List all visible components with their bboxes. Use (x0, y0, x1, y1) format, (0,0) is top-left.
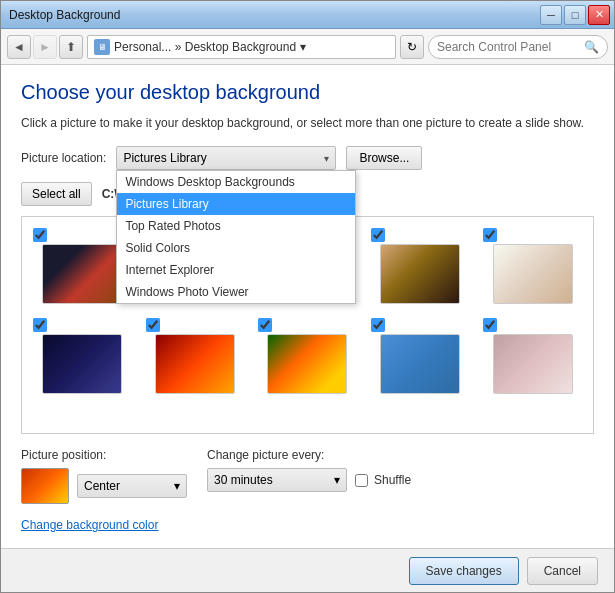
location-dropdown-wrapper: Pictures Library ▾ Windows Desktop Backg… (116, 146, 336, 170)
chevron-down-icon: ▾ (174, 479, 180, 493)
browse-button[interactable]: Browse... (346, 146, 422, 170)
change-every-section: Change picture every: 30 minutes ▾ Shuff… (207, 448, 411, 492)
list-item[interactable] (141, 313, 250, 399)
thumbnail-4 (380, 244, 460, 304)
window: Desktop Background ─ □ ✕ ◄ ► ⬆ 🖥 Persona… (0, 0, 615, 593)
thumbnail-1 (42, 244, 122, 304)
thumbnail-5 (493, 244, 573, 304)
location-dropdown-value: Pictures Library (123, 151, 206, 165)
title-bar-text: Desktop Background (9, 8, 120, 22)
chevron-down-icon: ▾ (334, 473, 340, 487)
thumbnail-7 (155, 334, 235, 394)
thumb-checkbox-8[interactable] (258, 318, 272, 332)
shuffle-checkbox[interactable] (355, 474, 368, 487)
change-every-row: 30 minutes ▾ Shuffle (207, 468, 411, 492)
thumbnail-10 (493, 334, 573, 394)
title-bar: Desktop Background ─ □ ✕ (1, 1, 614, 29)
search-icon: 🔍 (584, 40, 599, 54)
minimize-button[interactable]: ─ (540, 5, 562, 25)
dropdown-item-photo-viewer[interactable]: Windows Photo Viewer (117, 281, 355, 303)
dropdown-item-windows-desktop[interactable]: Windows Desktop Backgrounds (117, 171, 355, 193)
change-every-label: Change picture every: (207, 448, 411, 462)
refresh-button[interactable]: ↻ (400, 35, 424, 59)
thumbnail-9 (380, 334, 460, 394)
search-box[interactable]: 🔍 (428, 35, 608, 59)
title-bar-buttons: ─ □ ✕ (540, 5, 610, 25)
list-item[interactable] (478, 223, 587, 309)
list-item[interactable] (478, 313, 587, 399)
close-button[interactable]: ✕ (588, 5, 610, 25)
nav-buttons: ◄ ► ⬆ (7, 35, 83, 59)
search-input[interactable] (437, 40, 580, 54)
thumb-checkbox-6[interactable] (33, 318, 47, 332)
position-value: Center (84, 479, 120, 493)
thumb-checkbox-1[interactable] (33, 228, 47, 242)
breadcrumb-arrow: » (171, 40, 184, 54)
maximize-button[interactable]: □ (564, 5, 586, 25)
content-area: Choose your desktop background Click a p… (1, 65, 614, 548)
forward-button[interactable]: ► (33, 35, 57, 59)
up-button[interactable]: ⬆ (59, 35, 83, 59)
page-title: Choose your desktop background (21, 81, 594, 104)
thumbnail-6 (42, 334, 122, 394)
page-description: Click a picture to make it your desktop … (21, 116, 594, 130)
dropdown-item-pictures-library[interactable]: Pictures Library (117, 193, 355, 215)
location-row: Picture location: Pictures Library ▾ Win… (21, 146, 594, 170)
dropdown-menu: Windows Desktop Backgrounds Pictures Lib… (116, 170, 356, 304)
chevron-down-icon: ▾ (324, 153, 329, 164)
position-row: Center ▾ (21, 468, 187, 504)
dropdown-item-top-rated[interactable]: Top Rated Photos (117, 215, 355, 237)
back-button[interactable]: ◄ (7, 35, 31, 59)
change-background-color-link[interactable]: Change background color (21, 518, 594, 532)
dropdown-item-internet-explorer[interactable]: Internet Explorer (117, 259, 355, 281)
time-value: 30 minutes (214, 473, 273, 487)
bottom-options: Picture position: Center ▾ Change pictur… (21, 448, 594, 504)
location-label: Picture location: (21, 151, 106, 165)
location-dropdown[interactable]: Pictures Library ▾ (116, 146, 336, 170)
list-item[interactable] (366, 313, 475, 399)
thumb-checkbox-7[interactable] (146, 318, 160, 332)
breadcrumb-icon: 🖥 (94, 39, 110, 55)
shuffle-row: Shuffle (355, 473, 411, 487)
thumbnail-8 (267, 334, 347, 394)
breadcrumb-prefix: Personal... (114, 40, 171, 54)
position-preview (21, 468, 69, 504)
thumb-checkbox-5[interactable] (483, 228, 497, 242)
thumb-checkbox-4[interactable] (371, 228, 385, 242)
list-item[interactable] (253, 313, 362, 399)
cancel-button[interactable]: Cancel (527, 557, 598, 585)
thumb-checkbox-10[interactable] (483, 318, 497, 332)
breadcrumb-segment: Desktop Background (185, 40, 296, 54)
list-item[interactable] (28, 313, 137, 399)
button-bar: Save changes Cancel (1, 548, 614, 592)
save-button[interactable]: Save changes (409, 557, 519, 585)
list-item[interactable] (366, 223, 475, 309)
position-label: Picture position: (21, 448, 187, 462)
address-path[interactable]: 🖥 Personal... » Desktop Background ▾ (87, 35, 396, 59)
position-dropdown[interactable]: Center ▾ (77, 474, 187, 498)
position-section: Picture position: Center ▾ (21, 448, 187, 504)
shuffle-label: Shuffle (374, 473, 411, 487)
thumb-checkbox-9[interactable] (371, 318, 385, 332)
dropdown-item-solid-colors[interactable]: Solid Colors (117, 237, 355, 259)
address-bar: ◄ ► ⬆ 🖥 Personal... » Desktop Background… (1, 29, 614, 65)
time-dropdown[interactable]: 30 minutes ▾ (207, 468, 347, 492)
dropdown-arrow-addr: ▾ (300, 40, 306, 54)
select-all-button[interactable]: Select all (21, 182, 92, 206)
